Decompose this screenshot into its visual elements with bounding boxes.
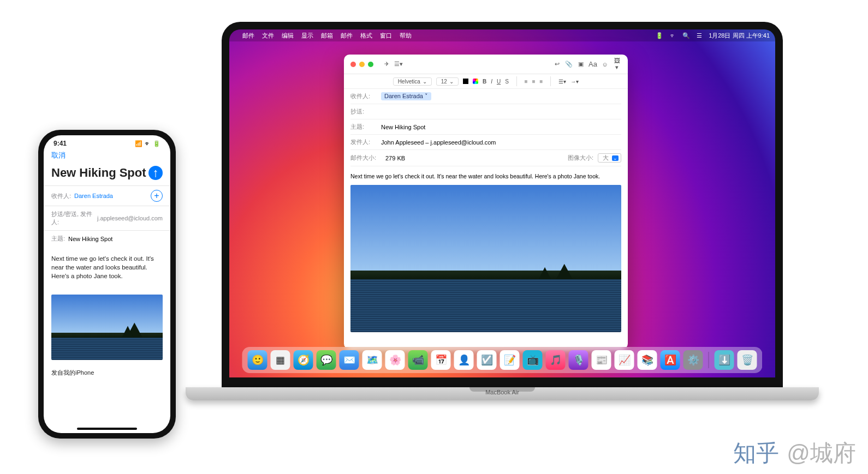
dock-contacts-icon[interactable]: 👤	[454, 350, 474, 370]
dock-calendar-icon[interactable]: 📅	[431, 350, 451, 370]
dock-downloads-icon[interactable]: ⬇️	[715, 350, 734, 370]
mail-compose-window: ✈︎ ☰▾ ↩︎ 📎 ▣ Aa ☺ 🖼▾ Helvetica ⌄ 12 ⌄ B	[344, 55, 628, 349]
underline-button[interactable]: U	[497, 79, 501, 85]
dock-podcasts-icon[interactable]: 🎙️	[569, 350, 588, 370]
macos-dock: 🙂 ▦ 🧭 💬 ✉️ 🗺️ 🌸 📹 📅 👤 ☑️ 📝 📺 🎵 🎙️ 📰 📈 📚 …	[242, 347, 763, 373]
control-center-icon[interactable]: ☰	[697, 32, 702, 39]
iphone-screen: 9:41 📶 ᯤ 🔋 取消 New Hiking Spot ↑ 收件人: Dar…	[44, 135, 170, 433]
menubar-item[interactable]: 编辑	[282, 32, 294, 40]
menubar-item[interactable]: 帮助	[400, 32, 412, 40]
dock-appstore-icon[interactable]: 🅰️	[661, 350, 680, 370]
ios-to-value[interactable]: Daren Estrada	[74, 193, 113, 199]
strikethrough-button[interactable]: S	[505, 79, 509, 85]
menubar-item[interactable]: 邮件	[242, 32, 254, 40]
format-bar: Helvetica ⌄ 12 ⌄ B I U S ≡ ≡ ≡ ☰▾ →▾	[344, 74, 628, 89]
dock-messages-icon[interactable]: 💬	[317, 350, 336, 370]
search-icon[interactable]: 🔍	[682, 32, 690, 39]
subject-field[interactable]: New Hiking Spot	[381, 124, 425, 130]
dock-maps-icon[interactable]: 🗺️	[362, 350, 382, 370]
dock-settings-icon[interactable]: ⚙️	[683, 350, 703, 370]
indent-button[interactable]: →▾	[570, 79, 579, 85]
menubar-item[interactable]: 窗口	[380, 32, 392, 40]
font-family-select[interactable]: Helvetica ⌄	[393, 77, 432, 86]
home-indicator[interactable]	[77, 428, 137, 430]
add-recipient-button[interactable]: +	[151, 190, 163, 202]
menubar-item[interactable]: 邮件	[341, 32, 353, 40]
emoji-icon[interactable]: ☺	[601, 61, 609, 68]
ios-subject-label: 主题:	[51, 235, 65, 243]
image-size-label: 图像大小:	[568, 154, 593, 162]
list-button[interactable]: ☰▾	[558, 79, 566, 85]
menubar-item[interactable]: 文件	[262, 32, 274, 40]
window-minimize-button[interactable]	[359, 62, 365, 67]
ios-subject-value[interactable]: New Hiking Spot	[68, 236, 112, 242]
mail-titlebar: ✈︎ ☰▾ ↩︎ 📎 ▣ Aa ☺ 🖼▾	[344, 55, 628, 74]
align-right-button[interactable]: ≡	[540, 79, 543, 85]
ios-ccfrom-value[interactable]: j.appleseed@icloud.com	[97, 215, 163, 221]
wifi-icon[interactable]: ᯤ	[670, 32, 676, 39]
align-center-button[interactable]: ≡	[532, 79, 536, 85]
send-button[interactable]: ↑	[148, 166, 163, 180]
font-format-icon[interactable]: Aa	[588, 60, 597, 68]
dock-finder-icon[interactable]: 🙂	[248, 350, 267, 370]
battery-icon[interactable]: 🔋	[656, 32, 663, 39]
markup-icon[interactable]: ▣	[576, 61, 585, 68]
mail-size-label: 邮件大小:	[350, 154, 381, 162]
window-traffic-lights	[350, 62, 373, 67]
ios-mail-body[interactable]: Next time we go let's check it out. It's…	[44, 247, 170, 288]
mail-body[interactable]: Next time we go let's check it out. It's…	[344, 166, 628, 339]
dock-notes-icon[interactable]: 📝	[500, 350, 520, 370]
send-icon[interactable]: ✈︎	[382, 61, 391, 68]
dock-trash-icon[interactable]: 🗑️	[738, 350, 757, 370]
ios-attached-photo[interactable]	[51, 295, 163, 360]
from-value[interactable]: John Appleseed – j.appleseed@icloud.com	[381, 139, 496, 146]
color-picker-icon[interactable]	[473, 79, 478, 84]
attach-icon[interactable]: 📎	[564, 61, 573, 68]
mail-headers: 收件人: Daren Estrada ˅ 抄送: 主题: New Hiking …	[344, 89, 628, 166]
dock-facetime-icon[interactable]: 📹	[408, 350, 428, 370]
menubar-item[interactable]: 邮箱	[321, 32, 333, 40]
watermark-author: @城府	[787, 438, 856, 469]
mail-body-text: Next time we go let's check it out. It's…	[350, 173, 621, 179]
text-color-button[interactable]	[463, 79, 468, 84]
ios-to-label: 收件人:	[51, 192, 71, 200]
cancel-button[interactable]: 取消	[51, 151, 66, 160]
recipient-token[interactable]: Daren Estrada ˅	[381, 92, 431, 100]
to-label: 收件人:	[350, 92, 377, 100]
dock-safari-icon[interactable]: 🧭	[294, 350, 313, 370]
image-size-select[interactable]: 大⌄	[598, 153, 621, 163]
iphone-device: 9:41 📶 ᯤ 🔋 取消 New Hiking Spot ↑ 收件人: Dar…	[38, 130, 176, 439]
bold-button[interactable]: B	[483, 79, 486, 85]
watermark: 知乎 @城府	[733, 438, 856, 469]
menubar-datetime[interactable]: 1月28日 周四 上午9:41	[709, 32, 770, 40]
dock-stocks-icon[interactable]: 📈	[615, 350, 634, 370]
window-zoom-button[interactable]	[368, 62, 373, 67]
dock-news-icon[interactable]: 📰	[592, 350, 611, 370]
italic-button[interactable]: I	[491, 79, 492, 85]
window-close-button[interactable]	[350, 62, 356, 67]
mac-screen: 邮件 文件 编辑 显示 邮箱 邮件 格式 窗口 帮助 🔋 ᯤ 🔍 ☰ 1月28日…	[222, 22, 783, 387]
photo-browser-icon[interactable]: 🖼▾	[613, 57, 621, 71]
align-left-button[interactable]: ≡	[525, 79, 528, 85]
dock-reminders-icon[interactable]: ☑️	[477, 350, 497, 370]
dock-books-icon[interactable]: 📚	[638, 350, 657, 370]
dock-mail-icon[interactable]: ✉️	[340, 350, 359, 370]
attached-photo[interactable]	[350, 185, 621, 332]
macbook-model-label: MacBook Air	[186, 389, 819, 395]
menubar-item[interactable]: 显示	[301, 32, 313, 40]
dock-separator	[709, 352, 709, 368]
ios-body-text: Next time we go let's check it out. It's…	[51, 255, 154, 279]
dock-music-icon[interactable]: 🎵	[546, 350, 566, 370]
mac-desktop: 邮件 文件 编辑 显示 邮箱 邮件 格式 窗口 帮助 🔋 ᯤ 🔍 ☰ 1月28日…	[229, 29, 775, 377]
header-fields-icon[interactable]: ☰▾	[394, 61, 403, 68]
reply-icon[interactable]: ↩︎	[552, 61, 561, 68]
dock-launchpad-icon[interactable]: ▦	[271, 350, 290, 370]
menubar-item[interactable]: 格式	[360, 32, 372, 40]
dock-photos-icon[interactable]: 🌸	[385, 350, 405, 370]
dock-tv-icon[interactable]: 📺	[523, 350, 543, 370]
subject-label: 主题:	[350, 123, 377, 131]
font-size-select[interactable]: 12 ⌄	[436, 77, 459, 86]
signal-icon: 📶	[135, 140, 142, 147]
ios-signature[interactable]: 发自我的iPhone	[44, 360, 170, 386]
compose-title-row: New Hiking Spot ↑	[44, 164, 170, 185]
